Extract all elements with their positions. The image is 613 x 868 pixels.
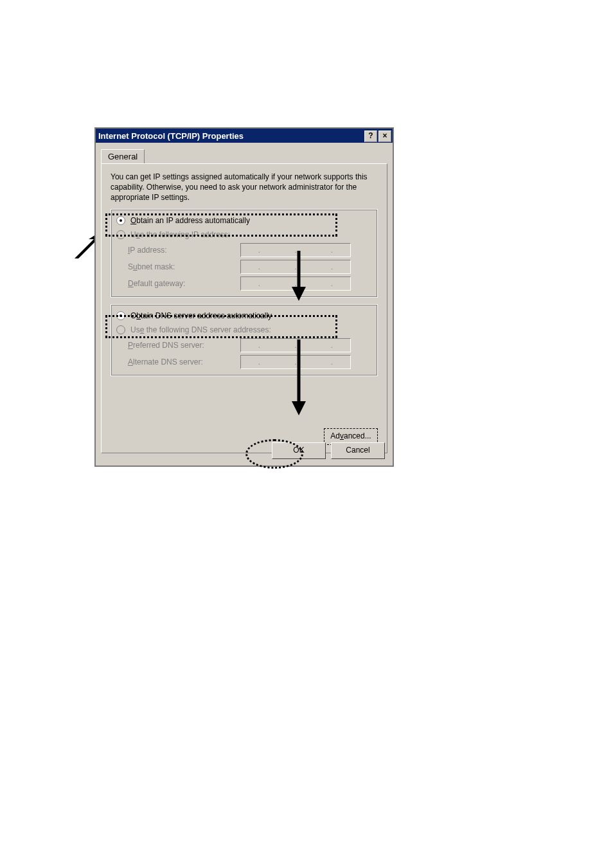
default-gateway-field: ... <box>240 276 351 291</box>
ip-address-label: IP address: <box>128 246 240 255</box>
radio-icon <box>116 230 125 239</box>
default-gateway-label: Default gateway: <box>128 279 240 288</box>
radio-label: Obtain an IP address automatically <box>130 216 250 225</box>
subnet-mask-label: Subnet mask: <box>128 262 240 271</box>
help-button[interactable]: ? <box>364 131 377 142</box>
dns-settings-group: Obtain DNS server address automatically … <box>111 304 378 376</box>
title-bar[interactable]: Internet Protocol (TCP/IP) Properties ? … <box>96 129 393 143</box>
tcpip-properties-dialog: Internet Protocol (TCP/IP) Properties ? … <box>94 127 394 467</box>
subnet-mask-field: ... <box>240 260 351 274</box>
alternate-dns-field: ... <box>240 355 351 369</box>
ip-settings-group: Obtain an IP address automatically Use t… <box>111 209 378 298</box>
preferred-dns-label: Preferred DNS server: <box>128 341 240 350</box>
radio-icon <box>116 325 125 334</box>
ok-button[interactable]: OK <box>272 442 326 459</box>
title-text: Internet Protocol (TCP/IP) Properties <box>98 131 244 141</box>
radio-use-following-dns[interactable]: Use the following DNS server addresses: <box>116 323 372 337</box>
radio-obtain-ip-auto[interactable]: Obtain an IP address automatically <box>116 213 372 228</box>
radio-icon <box>116 311 125 320</box>
radio-icon <box>116 216 125 225</box>
preferred-dns-field: ... <box>240 338 351 352</box>
radio-label: Obtain DNS server address automatically <box>130 311 272 320</box>
close-button[interactable]: × <box>378 131 391 142</box>
tab-general[interactable]: General <box>101 149 145 163</box>
radio-label: Use the following DNS server addresses: <box>130 325 271 334</box>
radio-use-following-ip[interactable]: Use the following IP address: <box>116 228 372 242</box>
description-text: You can get IP settings assigned automat… <box>111 172 378 203</box>
ip-address-field: ... <box>240 243 351 257</box>
radio-label: Use the following IP address: <box>130 230 230 239</box>
general-panel: You can get IP settings assigned automat… <box>101 163 387 453</box>
cancel-button[interactable]: Cancel <box>331 442 385 459</box>
radio-obtain-dns-auto[interactable]: Obtain DNS server address automatically <box>116 309 372 323</box>
alternate-dns-label: Alternate DNS server: <box>128 357 240 366</box>
